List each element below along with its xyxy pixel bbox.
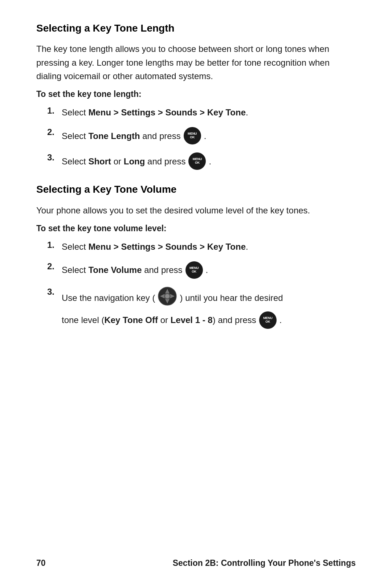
page: Selecting a Key Tone Length The key tone… <box>0 0 392 588</box>
section-key-tone-volume: Selecting a Key Tone Volume Your phone a… <box>36 183 356 329</box>
step-bold-text: Menu > Settings > Sounds > Key Tone <box>88 242 246 252</box>
menu-ok-label: MENUOK <box>189 266 199 274</box>
svg-point-6 <box>165 294 170 298</box>
step-content: Select Tone Volume and press MENUOK . <box>62 261 356 279</box>
step-text: tone level (Key Tone Off or Level 1 - 8)… <box>62 313 256 327</box>
step-content: Use the navigation key ( <box>62 287 356 329</box>
level-label: Level 1 - 8 <box>171 315 213 325</box>
body-text-key-tone-volume: Your phone allows you to set the desired… <box>36 204 356 217</box>
menu-ok-button: MENUOK <box>259 311 277 329</box>
menu-ok-button: MENUOK <box>185 261 203 279</box>
step-content: Select Menu > Settings > Sounds > Key To… <box>62 240 356 253</box>
menu-ok-label: MENUOK <box>188 132 197 139</box>
steps-key-tone-length: 1. Select Menu > Settings > Sounds > Key… <box>36 106 356 170</box>
step-number: 1. <box>47 106 62 116</box>
step-bold-text: Menu > Settings > Sounds > Key Tone <box>88 107 246 117</box>
step-bold-text: Tone Volume <box>88 265 142 275</box>
step-line-1: Use the navigation key ( <box>62 287 356 309</box>
step-2-key-tone-volume: 2. Select Tone Volume and press MENUOK . <box>36 261 356 279</box>
section-key-tone-length: Selecting a Key Tone Length The key tone… <box>36 22 356 170</box>
section-title-key-tone-length: Selecting a Key Tone Length <box>36 22 356 35</box>
step-period: . <box>204 129 207 143</box>
step-text: Select Short or Long and press <box>62 155 185 168</box>
step-line-2-content: tone level (Key Tone Off or Level 1 - 8)… <box>62 311 356 329</box>
footer-section-text: Section 2B: Controlling Your Phone's Set… <box>173 558 356 568</box>
step-bold-long: Long <box>124 156 145 166</box>
step-content: Select Tone Length and press MENUOK . <box>62 127 356 144</box>
step-content: Select Menu > Settings > Sounds > Key To… <box>62 106 356 119</box>
instruction-label-key-tone-volume: To set the key tone volume level: <box>36 224 356 233</box>
menu-ok-button: MENUOK <box>188 152 206 170</box>
step-number: 2. <box>47 261 62 271</box>
step-number: 3. <box>47 287 62 297</box>
menu-ok-label: MENUOK <box>263 317 272 324</box>
step-bold-short: Short <box>88 156 111 166</box>
step-1-key-tone-volume: 1. Select Menu > Settings > Sounds > Key… <box>36 240 356 253</box>
section-title-key-tone-volume: Selecting a Key Tone Volume <box>36 183 356 196</box>
footer: 70 Section 2B: Controlling Your Phone's … <box>36 558 356 568</box>
step-line-2: tone level (Key Tone Off or Level 1 - 8)… <box>62 311 356 329</box>
key-tone-off-label: Key Tone Off <box>104 315 158 325</box>
step-number: 1. <box>47 240 62 250</box>
step-text: Select Tone Volume and press <box>62 263 183 277</box>
step-number: 2. <box>47 127 62 137</box>
menu-ok-button: MENUOK <box>184 127 201 144</box>
step-3-key-tone-volume: 3. Use the navigation key ( <box>36 287 356 329</box>
step-content: Select Short or Long and press MENUOK . <box>62 152 356 170</box>
step-2-key-tone-length: 2. Select Tone Length and press MENUOK . <box>36 127 356 144</box>
footer-page-number: 70 <box>36 558 46 568</box>
body-text-key-tone-length: The key tone length allows you to choose… <box>36 42 356 83</box>
step-text: Use the navigation key ( <box>62 291 155 305</box>
step-period: . <box>279 313 282 327</box>
step-3-key-tone-length: 3. Select Short or Long and press MENUOK… <box>36 152 356 170</box>
menu-ok-label: MENUOK <box>193 158 202 165</box>
step-text: Select Tone Length and press <box>62 129 181 143</box>
step-text-after-icon: ) until you hear the desired <box>180 291 283 305</box>
step-number: 3. <box>47 152 62 163</box>
instruction-label-key-tone-length: To set the key tone length: <box>36 89 356 99</box>
step-period: . <box>206 263 208 277</box>
step-1-key-tone-length: 1. Select Menu > Settings > Sounds > Key… <box>36 106 356 119</box>
step-period: . <box>209 155 211 168</box>
nav-key-icon <box>158 287 177 309</box>
step-bold-text: Tone Length <box>88 131 140 141</box>
steps-key-tone-volume: 1. Select Menu > Settings > Sounds > Key… <box>36 240 356 329</box>
